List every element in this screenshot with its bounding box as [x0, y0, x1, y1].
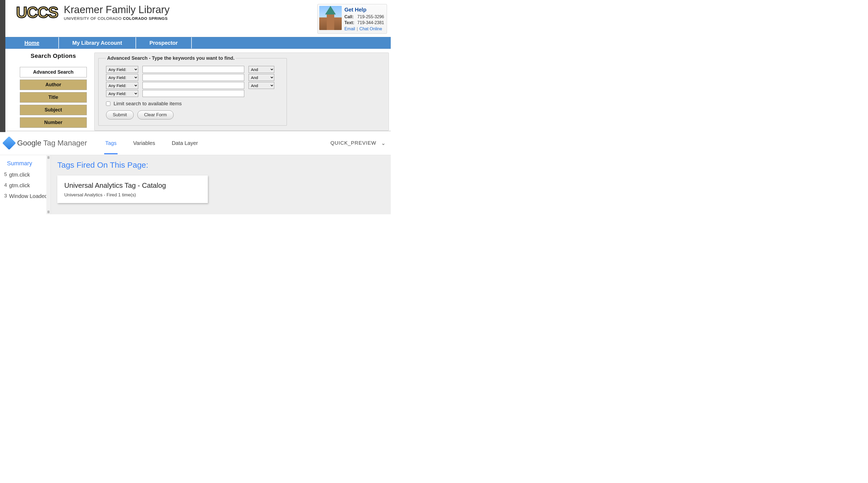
help-text-label: Text: [344, 20, 356, 26]
advanced-search-fieldset: Advanced Search - Type the keywords you … [98, 56, 287, 126]
help-separator: | [357, 27, 358, 31]
fieldset-legend: Advanced Search - Type the keywords you … [106, 56, 236, 61]
gtm-tab-variables[interactable]: Variables [132, 132, 156, 154]
bool-select-1[interactable]: And [249, 66, 274, 73]
help-card-image [319, 6, 342, 30]
sidebar-item-advanced-search[interactable]: Advanced Search [20, 67, 87, 78]
gtm-event-3[interactable]: 3Window Loaded [0, 191, 51, 202]
gtm-event-5[interactable]: 5gtm.click [0, 169, 51, 180]
left-gutter [0, 0, 5, 132]
logo-block: UCCS Kraemer Family Library UNIVERSITY O… [16, 4, 169, 21]
scrollbar[interactable] [46, 155, 51, 214]
gtm-tabs: Tags Variables Data Layer [104, 132, 199, 154]
submit-button[interactable]: Submit [106, 110, 134, 119]
field-select-1[interactable]: Any Field: [106, 66, 138, 73]
button-row: Submit Clear Form [106, 110, 279, 119]
gtm-main: Tags Fired On This Page: Universal Analy… [51, 155, 391, 214]
gtm-brand-a: Google [17, 139, 41, 147]
sidebar-item-author[interactable]: Author [20, 80, 87, 90]
gtm-heading: Tags Fired On This Page: [57, 160, 384, 170]
gtm-event-name: gtm.click [9, 182, 49, 189]
gtm-event-num: 3 [3, 193, 7, 199]
nav-home-label: Home [24, 40, 39, 46]
gtm-debug-panel: Google Tag Manager Tags Variables Data L… [0, 131, 391, 214]
nav-prospector-label: Prospector [150, 40, 178, 46]
help-call-label: Call: [344, 14, 356, 20]
sidebar: Search Options Advanced Search Author Ti… [20, 53, 87, 128]
bool-select-3[interactable]: And [249, 82, 274, 89]
header: UCCS Kraemer Family Library UNIVERSITY O… [5, 0, 391, 37]
gtm-topbar: Google Tag Manager Tags Variables Data L… [0, 131, 391, 155]
keyword-input-1[interactable] [143, 66, 244, 73]
nav-account-label: My Library Account [72, 40, 122, 46]
help-text: Get Help Call: 719-255-3296 Text: 719-34… [344, 6, 384, 32]
library-title: Kraemer Family Library [64, 4, 169, 16]
search-row-2: Any Field: And [106, 74, 279, 81]
search-row-4: Any Field: [106, 90, 279, 97]
keyword-input-3[interactable] [143, 82, 244, 89]
gtm-brand-b: Tag Manager [41, 139, 87, 147]
help-card: Get Help Call: 719-255-3296 Text: 719-34… [317, 4, 387, 34]
gtm-side-list: Summary 5gtm.click 4gtm.click 3Window Lo… [0, 155, 51, 201]
library-name-block: Kraemer Family Library UNIVERSITY OF COL… [64, 4, 169, 21]
help-links-row: Email|Chat Online [344, 26, 384, 32]
gtm-event-4[interactable]: 4gtm.click [0, 180, 51, 191]
gtm-logo: Google Tag Manager [4, 138, 87, 148]
sidebar-title: Search Options [20, 53, 87, 59]
help-email-link[interactable]: Email [344, 27, 355, 31]
bool-select-2[interactable]: And [249, 74, 274, 81]
subline-bold: COLORADO SPRINGS [123, 16, 168, 21]
gtm-side-summary[interactable]: Summary [0, 158, 51, 169]
nav-bar: Home My Library Account Prospector [5, 37, 391, 49]
gtm-event-name: gtm.click [9, 172, 49, 178]
search-panel: Advanced Search - Type the keywords you … [94, 53, 389, 131]
gtm-event-num: 5 [3, 172, 7, 178]
content-row: Search Options Advanced Search Author Ti… [5, 49, 391, 131]
gtm-body: Summary 5gtm.click 4gtm.click 3Window Lo… [0, 155, 391, 214]
help-call-row: Call: 719-255-3296 [344, 14, 384, 20]
gtm-tab-tags[interactable]: Tags [104, 132, 118, 154]
gtm-brand: Google Tag Manager [17, 139, 87, 147]
field-select-2[interactable]: Any Field: [106, 74, 138, 81]
limit-row: Limit search to available items [106, 101, 279, 107]
keyword-input-4[interactable] [143, 90, 244, 97]
gtm-right: QUICK_PREVIEW ⌄ [331, 140, 386, 146]
limit-label: Limit search to available items [114, 101, 182, 107]
limit-checkbox[interactable] [106, 101, 110, 106]
sidebar-list: Advanced Search Author Title Subject Num… [20, 67, 87, 128]
library-subtitle: UNIVERSITY OF COLORADO COLORADO SPRINGS [64, 16, 169, 21]
sidebar-item-title[interactable]: Title [20, 92, 87, 102]
gtm-sidebar: Summary 5gtm.click 4gtm.click 3Window Lo… [0, 155, 51, 214]
subline-prefix: UNIVERSITY OF COLORADO [64, 16, 123, 21]
gtm-card-subtitle: Universal Analytics - Fired 1 time(s) [64, 192, 201, 198]
help-call-value: 719-255-3296 [357, 14, 384, 19]
gtm-tab-data-layer[interactable]: Data Layer [170, 132, 199, 154]
search-row-1: Any Field: And [106, 66, 279, 73]
nav-home[interactable]: Home [5, 37, 59, 49]
nav-prospector[interactable]: Prospector [136, 37, 192, 49]
library-content: UCCS Kraemer Family Library UNIVERSITY O… [5, 0, 391, 131]
gtm-tag-card[interactable]: Universal Analytics Tag - Catalog Univer… [57, 176, 208, 203]
help-chat-link[interactable]: Chat Online [360, 27, 382, 31]
search-rows: Any Field: And Any Field: And Any Field: [106, 66, 279, 97]
gtm-card-title: Universal Analytics Tag - Catalog [64, 181, 201, 190]
chevron-down-icon[interactable]: ⌄ [381, 140, 386, 146]
help-text-row: Text: 719-344-2381 [344, 20, 384, 26]
help-text-value: 719-344-2381 [357, 20, 384, 25]
gtm-preview-label: QUICK_PREVIEW [331, 140, 376, 146]
keyword-input-2[interactable] [143, 74, 244, 81]
field-select-3[interactable]: Any Field: [106, 82, 138, 89]
uccs-logo: UCCS [16, 4, 58, 21]
nav-account[interactable]: My Library Account [59, 37, 136, 49]
clear-button[interactable]: Clear Form [137, 110, 174, 119]
gtm-event-name: Window Loaded [9, 193, 49, 199]
library-page: UCCS Kraemer Family Library UNIVERSITY O… [0, 0, 391, 131]
field-select-4[interactable]: Any Field: [106, 90, 138, 97]
search-row-3: Any Field: And [106, 82, 279, 89]
help-header: Get Help [344, 6, 384, 13]
gtm-diamond-icon [2, 137, 16, 150]
gtm-event-num: 4 [3, 182, 7, 188]
sidebar-item-number[interactable]: Number [20, 117, 87, 128]
sidebar-item-subject[interactable]: Subject [20, 105, 87, 115]
